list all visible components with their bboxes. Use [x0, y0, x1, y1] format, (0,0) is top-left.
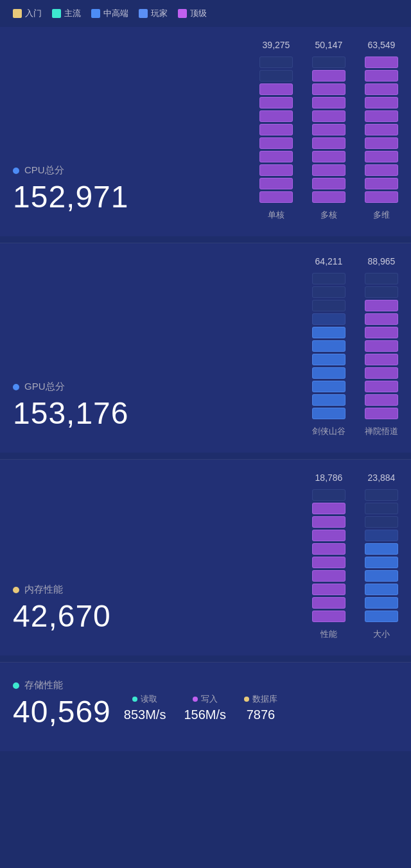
seg [312, 110, 345, 122]
seg [365, 164, 398, 176]
gpu-sword-label: 剑侠山谷 [312, 426, 345, 437]
seg [312, 381, 345, 392]
gamer-color-dot [139, 9, 148, 18]
cpu-multidim-value: 63,549 [368, 40, 396, 50]
seg [312, 327, 345, 338]
gpu-dot [13, 384, 19, 390]
gpu-header: GPU总分 [13, 381, 306, 393]
memory-dot [13, 587, 19, 593]
cpu-bar-multidim: 63,549 多维 [365, 40, 398, 221]
seg [365, 151, 398, 162]
seg [259, 56, 293, 68]
seg [365, 313, 398, 325]
cpu-bars: 39,275 单核 50,147 [259, 40, 398, 221]
seg [312, 178, 345, 189]
seg [312, 503, 345, 514]
seg [365, 516, 398, 528]
seg [365, 381, 398, 392]
legend-item-midhigh: 中高端 [91, 8, 128, 19]
seg [312, 597, 345, 609]
seg [365, 584, 398, 595]
storage-score: 40,569 [13, 694, 111, 729]
gpu-zen-value: 88,965 [368, 256, 396, 266]
storage-stats: 读取 853M/s 写入 156M/s 数据库 7876 [124, 693, 277, 722]
gpu-bars: 64,211 剑侠山谷 88,965 [312, 256, 398, 437]
mainstream-color-dot [52, 9, 61, 18]
seg [365, 137, 398, 149]
seg [312, 489, 345, 501]
memory-size-label: 大小 [373, 629, 390, 640]
storage-stat-db: 数据库 7876 [244, 693, 277, 722]
cpu-multidim-label: 多维 [373, 209, 390, 221]
seg [259, 178, 293, 189]
memory-perf-segments [312, 489, 345, 622]
memory-section: 内存性能 42,670 18,786 [0, 460, 411, 655]
seg [365, 273, 398, 284]
memory-bar-size: 23,884 大小 [365, 473, 398, 640]
legend-label-mainstream: 主流 [64, 8, 81, 19]
storage-read-label: 读取 [141, 693, 157, 705]
memory-size-value: 23,884 [368, 473, 396, 483]
seg [365, 178, 398, 189]
seg [312, 557, 345, 568]
storage-db-header: 数据库 [244, 693, 277, 705]
seg [312, 408, 345, 419]
legend-label-gamer: 玩家 [151, 8, 168, 19]
seg [259, 97, 293, 108]
gpu-section: GPU总分 153,176 64,211 [0, 243, 411, 453]
legend-item-mainstream: 主流 [52, 8, 81, 19]
storage-read-value: 853M/s [124, 707, 166, 722]
gpu-bar-sword: 64,211 剑侠山谷 [312, 256, 345, 437]
storage-header: 存储性能 [13, 679, 111, 691]
seg [312, 394, 345, 406]
legend-bar: 入门 主流 中高端 玩家 顶级 [0, 0, 411, 27]
legend-label-midhigh: 中高端 [103, 8, 128, 19]
seg [312, 191, 345, 203]
legend-item-top: 顶级 [178, 8, 207, 19]
gpu-sword-value: 64,211 [315, 256, 343, 266]
legend-label-entry: 入门 [25, 8, 42, 19]
seg [365, 394, 398, 406]
legend-item-entry: 入门 [13, 8, 42, 19]
midhigh-color-dot [91, 9, 100, 18]
storage-stat-read: 读取 853M/s [124, 693, 166, 722]
cpu-multi-segments [312, 56, 345, 203]
seg [259, 124, 293, 135]
seg [312, 367, 345, 379]
seg [365, 570, 398, 582]
seg [365, 408, 398, 419]
storage-section: 存储性能 40,569 读取 853M/s 写入 156M/s [0, 663, 411, 751]
seg [365, 597, 398, 609]
seg [365, 286, 398, 298]
seg [365, 557, 398, 568]
seg [365, 503, 398, 514]
memory-bar-perf: 18,786 性能 [312, 473, 345, 640]
gpu-zen-segments [365, 273, 398, 419]
seg [365, 124, 398, 135]
seg [259, 164, 293, 176]
gpu-zen-label: 禅院悟道 [365, 426, 398, 437]
seg [312, 151, 345, 162]
seg [312, 137, 345, 149]
seg [312, 354, 345, 365]
seg [365, 327, 398, 338]
seg [312, 286, 345, 298]
storage-write-label: 写入 [201, 693, 218, 705]
seg [365, 110, 398, 122]
cpu-bar-multi: 50,147 多核 [312, 40, 345, 221]
seg [259, 83, 293, 95]
seg [312, 273, 345, 284]
seg [259, 191, 293, 203]
cpu-single-value: 39,275 [263, 40, 290, 50]
seg [365, 611, 398, 622]
gpu-bar-zen: 88,965 禅院悟道 [365, 256, 398, 437]
seg [259, 151, 293, 162]
top-color-dot [178, 9, 187, 18]
seg [312, 124, 345, 135]
storage-read-header: 读取 [132, 693, 157, 705]
seg [259, 70, 293, 82]
seg [312, 584, 345, 595]
seg [365, 354, 398, 365]
memory-score: 42,670 [13, 598, 306, 634]
read-dot [132, 697, 137, 702]
